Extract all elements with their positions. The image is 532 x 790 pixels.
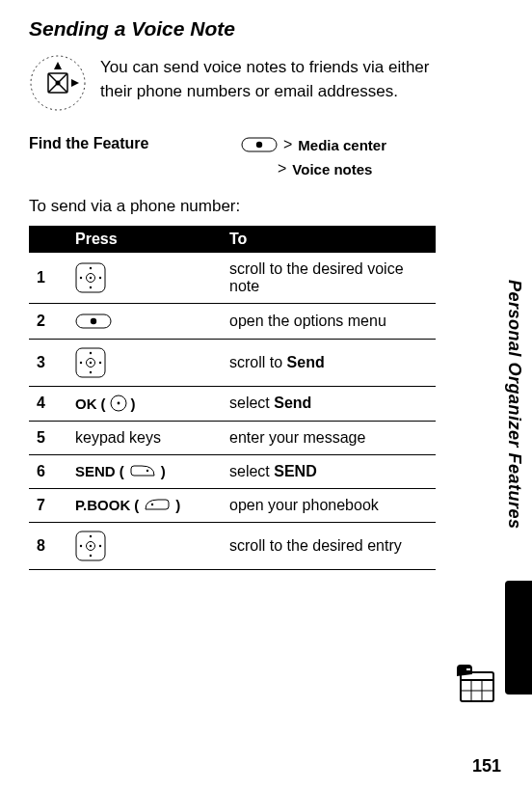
section-title: Sending a Voice Note [29,17,436,41]
paren-open: ( [120,463,124,479]
step-number: 3 [29,340,67,387]
to-cell: select SEND [222,454,436,488]
press-cell [67,522,222,569]
to-cell: scroll to the desired entry [222,522,436,569]
path-sep: > [278,160,286,177]
th-blank [29,226,67,253]
nav-key-icon [75,262,106,293]
paren-close: ) [161,463,166,479]
press-cell: keypad keys [67,421,222,454]
feature-path-item: Media center [298,137,386,153]
table-row: 8 scroll to the desired entry [29,522,436,569]
path-sep: > [283,136,292,153]
press-cell [67,340,222,387]
feature-path-item: Voice notes [292,161,372,177]
to-cell: open your phonebook [222,488,436,522]
feature-path-line1: > Media center [241,135,386,154]
step-number: 7 [29,488,67,522]
send-label: SEND [75,463,116,479]
press-cell: SEND ( ) [67,454,222,488]
step-number: 6 [29,454,67,488]
table-row: 2 open the options menu [29,304,436,340]
step-number: 8 [29,522,67,569]
table-row: 1 scroll to the desired voice note [29,253,436,304]
right-softkey-icon [128,463,157,478]
step-number: 1 [29,253,67,304]
nav-key-icon [75,347,106,378]
page-number: 151 [472,756,501,776]
press-cell: P.BOOK ( ) [67,488,222,522]
table-row: 3 scroll to Send [29,340,436,387]
ok-label: OK [75,395,97,412]
press-cell: OK ( ) [67,387,222,422]
nav-key-icon [75,531,106,561]
section-side-label: Personal Organizer Features [504,280,524,530]
to-cell: enter your message [222,421,436,454]
paren-close: ) [175,497,180,513]
organizer-icon [455,663,499,707]
menu-key-icon [241,135,278,154]
intro-text: You can send voice notes to friends via … [100,54,436,103]
table-row: 5 keypad keys enter your message [29,421,436,454]
to-cell: scroll to Send [222,340,436,387]
thumb-tab [505,581,532,695]
to-cell: scroll to the desired voice note [222,253,436,304]
steps-table: Press To 1 scroll to the desired voice n… [29,226,436,570]
th-press: Press [67,226,222,253]
menu-key-icon [75,312,112,331]
table-row: 7 P.BOOK ( ) open your phonebook [29,488,436,522]
left-softkey-icon [143,497,172,512]
paren-open: ( [134,497,139,513]
network-subscription-icon [29,54,87,112]
table-row: 4 OK ( ) select Send [29,387,436,422]
feature-path-line2: > Voice notes [278,160,436,177]
subheading: To send via a phone number: [29,197,436,216]
press-cell [67,304,222,340]
find-feature-label: Find the Feature [29,135,241,152]
center-key-icon [110,395,127,412]
press-cell [67,253,222,304]
paren-open: ( [101,395,106,412]
to-cell: open the options menu [222,304,436,340]
th-to: To [222,226,436,253]
table-row: 6 SEND ( ) select SEND [29,454,436,488]
to-cell: select Send [222,387,436,422]
paren-close: ) [131,395,136,412]
step-number: 4 [29,387,67,422]
step-number: 2 [29,304,67,340]
pbook-label: P.BOOK [75,497,130,513]
step-number: 5 [29,421,67,454]
